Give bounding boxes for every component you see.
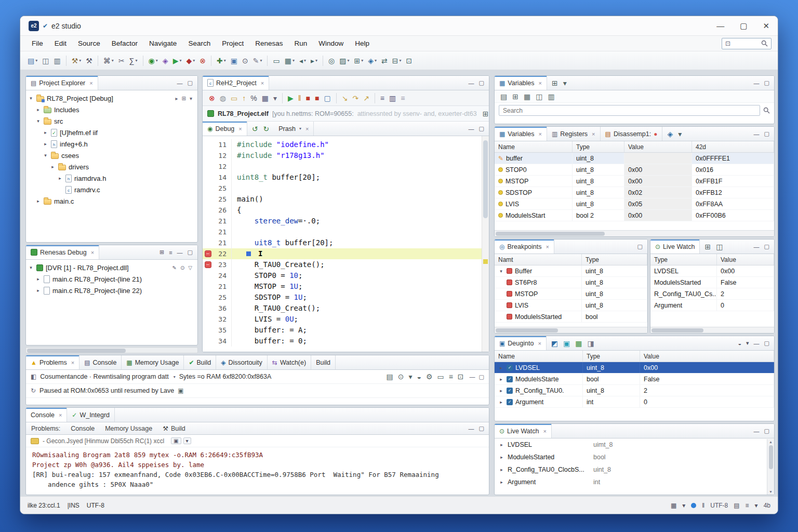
menu-file[interactable]: File bbox=[26, 37, 48, 49]
menu-renesas[interactable]: Renesas bbox=[250, 37, 288, 49]
maximize-view-icon[interactable]: ▢ bbox=[188, 79, 193, 86]
toolbar-annotate-button[interactable]: ✎▾ bbox=[251, 54, 264, 68]
code-line[interactable]: 11#include "iodefine.h" bbox=[203, 139, 489, 150]
debug-tree-row[interactable]: ▸main.c RL78_Project-(line 21) bbox=[26, 273, 197, 285]
view-menu-icon[interactable]: ≡ bbox=[169, 249, 172, 256]
tab-registers[interactable]: ▥ Registers × bbox=[547, 127, 601, 141]
scrollbar-thumb[interactable] bbox=[496, 328, 558, 332]
toolbar-views-button[interactable]: ⊞▾ bbox=[352, 54, 365, 68]
expressions-grid-button[interactable]: ▦ bbox=[573, 337, 584, 350]
maximize-view-icon[interactable]: ▢ bbox=[764, 340, 769, 347]
project-tree-row[interactable]: cramdrv.c bbox=[26, 184, 197, 195]
code-line[interactable]: 14uint8_t buffer[20]; bbox=[203, 172, 489, 183]
toolbar-new-wizard-button[interactable]: ✚▾ bbox=[215, 54, 228, 68]
toolbar-perspective-button[interactable]: ⊡ bbox=[404, 54, 415, 68]
close-icon[interactable]: × bbox=[89, 80, 92, 86]
debug-tree-row[interactable]: ▸main.c RL78_Project-(line 22) bbox=[26, 285, 197, 296]
toolbar-debug-button[interactable]: ◉▾ bbox=[147, 54, 160, 68]
menu-search[interactable]: Search bbox=[183, 37, 216, 49]
tab-prash[interactable]: Prash ▾ × bbox=[274, 122, 314, 136]
enabled-checkbox-icon[interactable]: ✓ bbox=[507, 399, 513, 405]
code-line[interactable]: 24 STOP0 = 10; bbox=[203, 270, 489, 281]
expression-row[interactable]: ▸✓LVDSELuint_80x00 bbox=[495, 362, 774, 374]
tab-dissortouity[interactable]: ◈Dissortouity bbox=[216, 355, 268, 369]
variable-row[interactable]: ✎bufferuint_80x0FFFFE1 bbox=[495, 153, 774, 164]
tab-live-watch-bottom[interactable]: ⊙ Live Watch × bbox=[495, 424, 552, 438]
expressions-split-button[interactable]: ◩ bbox=[549, 337, 560, 350]
minimize-view-icon[interactable]: — bbox=[469, 425, 474, 432]
maximize-view-icon[interactable]: ▢ bbox=[188, 249, 193, 256]
minimize-view-icon[interactable]: — bbox=[754, 80, 760, 86]
toolbar-memory-button[interactable]: ▦▾ bbox=[283, 54, 297, 68]
maximize-view-icon[interactable]: ▢ bbox=[479, 125, 484, 132]
live-watch-item[interactable]: ▸ModulelsStartedbool bbox=[495, 451, 774, 463]
maximize-button[interactable]: ▢ bbox=[740, 21, 747, 31]
close-icon[interactable]: × bbox=[305, 126, 309, 132]
live-watch-item[interactable]: ▸LVDSELuimt_8 bbox=[495, 438, 774, 451]
toolbar-search-button[interactable]: ⊙ bbox=[240, 54, 250, 68]
problems-terminal-button[interactable]: ▭ bbox=[435, 370, 446, 383]
code-line[interactable]: 21 MSTOP = 1U; bbox=[203, 281, 489, 292]
problems-cloud-button[interactable]: ◒ bbox=[415, 370, 423, 383]
breakpoint-icon[interactable]: – bbox=[205, 261, 211, 268]
tab-disassembly[interactable]: ▤ Disassemp1: ● bbox=[601, 127, 663, 141]
toolbar-target-button[interactable]: ◈▾ bbox=[366, 54, 379, 68]
minimize-view-icon[interactable]: — bbox=[754, 340, 760, 347]
expression-row[interactable]: ▸✓R_Config_TAU0.uint_82 bbox=[495, 385, 774, 396]
build-id[interactable]: 4b bbox=[764, 502, 770, 509]
scrollbar-thumb[interactable] bbox=[651, 328, 703, 332]
toolbar-build-button[interactable]: ⚒▾ bbox=[70, 54, 84, 68]
close-icon[interactable]: × bbox=[592, 131, 595, 137]
debug-more-button[interactable]: ▾ bbox=[271, 91, 279, 105]
expression-row[interactable]: ▸✓ModulelsStarteboolFalse bbox=[495, 374, 774, 385]
detail-icon[interactable]: ▣ bbox=[178, 388, 183, 394]
close-icon[interactable]: × bbox=[261, 80, 264, 86]
maximize-view-icon[interactable]: ▢ bbox=[764, 243, 769, 250]
breakpoint-row[interactable]: LVISuint_8 bbox=[495, 300, 647, 311]
breakpoints-header[interactable]: Type bbox=[582, 254, 647, 265]
live-watch-row[interactable]: ModulelsStartedFalse bbox=[650, 277, 774, 288]
live-watch-horizontal-scrollbar[interactable] bbox=[650, 327, 774, 333]
expander-icon[interactable]: ▸ bbox=[35, 288, 41, 293]
variables-menu-button[interactable]: ▾ bbox=[676, 127, 684, 141]
toolbar-palette-button[interactable]: ▨▾ bbox=[337, 54, 351, 68]
code-line[interactable]: 35 buffer: = A; bbox=[203, 325, 489, 336]
pin-console-button[interactable]: ▣ bbox=[171, 437, 181, 444]
expressions-half-button[interactable]: ◨ bbox=[586, 337, 596, 350]
code-line[interactable]: –23 R_TAU0_Create(); bbox=[203, 259, 489, 270]
menu-window[interactable]: Window bbox=[313, 37, 349, 49]
row-action-icon[interactable]: ▸ bbox=[176, 96, 178, 101]
minimize-view-icon[interactable]: — bbox=[469, 126, 474, 132]
minimize-view-icon[interactable]: — bbox=[177, 249, 183, 256]
debug-suspend-button[interactable]: ‖ bbox=[296, 91, 303, 105]
tab-console[interactable]: Console bbox=[65, 422, 100, 434]
scrollbar-thumb[interactable] bbox=[769, 445, 773, 469]
code-line[interactable]: –22I bbox=[203, 248, 489, 259]
project-tree-row[interactable]: ▸Includes bbox=[26, 104, 197, 115]
variable-row[interactable]: SDSTOPuint_80x020xFFB12 bbox=[495, 187, 774, 198]
livewatch-header[interactable]: Type bbox=[650, 254, 717, 265]
minimize-view-icon[interactable]: — bbox=[469, 80, 474, 86]
project-tree-row[interactable]: ▸✓[U]hefm.ef iif bbox=[26, 127, 197, 138]
search-icon[interactable] bbox=[763, 107, 770, 114]
code-line[interactable]: 34 buffer: = 0; bbox=[203, 336, 489, 347]
maximize-view-icon[interactable]: ▢ bbox=[764, 79, 769, 86]
scrollbar-thumb[interactable] bbox=[496, 232, 605, 236]
project-tree-row[interactable]: ▾csees bbox=[26, 150, 197, 161]
toolbar-sum-button[interactable]: ∑▾ bbox=[127, 54, 140, 68]
tab-project-explorer[interactable]: ▤ Project Explorer × bbox=[26, 76, 98, 90]
expander-icon[interactable]: ▾ bbox=[35, 118, 41, 124]
maximize-view-icon[interactable]: ▢ bbox=[479, 425, 484, 432]
close-icon[interactable]: × bbox=[91, 249, 94, 256]
debug-tree-row[interactable]: ▾[DVR [1] - RL78_Project.dll]✎⊙▽ bbox=[26, 262, 197, 273]
expander-icon[interactable]: ▸ bbox=[43, 130, 48, 135]
lines-menu-icon[interactable]: ≡ bbox=[746, 502, 749, 509]
tab-variables-mini[interactable]: ▦ Variables × bbox=[495, 76, 547, 90]
maximize-view-icon[interactable]: ▢ bbox=[764, 428, 769, 434]
project-tree-row[interactable]: ▸hriamdrva.h bbox=[26, 172, 197, 184]
elf-grid-button[interactable]: ⊞ bbox=[481, 107, 489, 121]
refresh-icon[interactable]: ◒ bbox=[738, 340, 741, 347]
breakpoint-row[interactable]: ▾Bufferuint_8 bbox=[495, 265, 647, 277]
expander-icon[interactable]: ▸ bbox=[57, 176, 63, 181]
problems-list-button[interactable]: ≡ bbox=[447, 370, 455, 383]
